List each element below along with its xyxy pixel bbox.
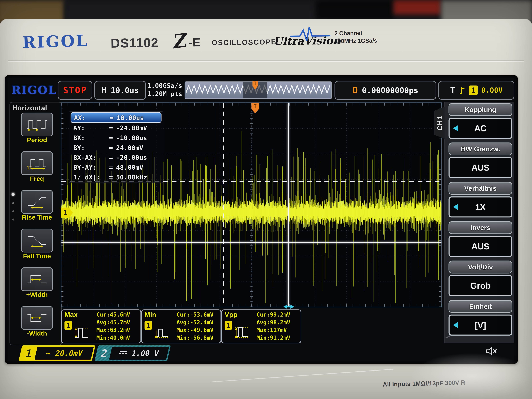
waveform-preview-bar[interactable]: T: [185, 81, 332, 99]
timebase-indicator: H 10.0us: [94, 81, 146, 100]
trigger-source-badge: 1: [469, 86, 478, 95]
menu-group-invers: Invers AUS: [449, 221, 512, 257]
sidebar-item-label: -Width: [8, 330, 66, 337]
spec-bandwidth: 100MHz 1GSa/s: [335, 37, 377, 45]
menu-button-kopplung[interactable]: AC: [449, 118, 512, 139]
measurement-stat: Avg:45.7mV: [96, 319, 130, 326]
rise-time-icon: [26, 195, 48, 209]
photo-of-oscilloscope: RIGOL DS1102 Z -E OSCILLOSCOPE UltraVisi…: [0, 0, 532, 399]
freq-icon: 1/: [26, 156, 48, 170]
cursor-row: BY-AY: = 48.00mV: [71, 162, 162, 172]
run-state-label: STOP: [63, 85, 87, 95]
cyan-arrow-icon: [453, 204, 458, 210]
menu-header: Verhältnis: [449, 182, 512, 195]
sample-rate: 1.00GSa/s: [147, 81, 182, 90]
lens-glare: [411, 353, 532, 399]
delay-label: D: [353, 85, 358, 95]
cursor-a-vertical[interactable]: [288, 103, 289, 307]
graticule: T 1 AX: = 10.00us AY: = -24.: [61, 102, 442, 307]
measurement-panel-max: Max 1 Cur:45.6mV Avg:45.7mV Max:63.2mV M…: [61, 309, 141, 343]
measurement-stat: Avg:98.2mV: [256, 319, 290, 326]
cursor-row: BX: = -10.00us: [71, 133, 162, 142]
neg-width-button[interactable]: [21, 306, 53, 330]
freq-button[interactable]: 1/: [21, 151, 53, 175]
menu-group-einheit: Einheit [V]: [449, 300, 512, 336]
measurement-stat: Avg:-52.4mV: [176, 319, 214, 326]
menu-header: Einheit: [449, 300, 512, 313]
rise-time-button[interactable]: [21, 190, 53, 214]
trigger-indicator: T 1 0.00V: [438, 81, 514, 100]
measurement-stat: Min:40.0mV: [96, 334, 130, 342]
fall-time-button[interactable]: [21, 229, 53, 252]
menu-group-volt-div: Volt/Div Grob: [449, 261, 512, 296]
max-measurement-icon: [73, 325, 89, 340]
pulse-logo-icon: [290, 25, 331, 42]
measurement-stat: Max:117mV: [256, 326, 290, 334]
rising-edge-icon: [459, 86, 466, 95]
menu-header: BW Grenzw.: [449, 142, 512, 155]
cursor-a-horizontal[interactable]: [61, 242, 441, 243]
dc-coupling-icon: [119, 351, 128, 356]
timebase-h-label: H: [101, 85, 107, 95]
measurement-stat: Min:-56.8mV: [176, 334, 214, 342]
channel2-scale: 1.00 V: [131, 349, 160, 357]
menu-group-kopplung: Kopplung AC: [449, 103, 512, 139]
trigger-label: T: [450, 85, 455, 95]
menu-button-verhaeltnis[interactable]: 1X: [449, 196, 512, 217]
cursor-row: 1/|dX|: = 50.00kHz: [71, 172, 162, 182]
cursor-row: AX: = 10.00us: [71, 112, 162, 123]
channel1-tab[interactable]: 1 ~ 20.0mV: [19, 345, 95, 361]
cursor-b-vertical[interactable]: [223, 103, 224, 307]
measurement-stats: Cur:45.6mV Avg:45.7mV Max:63.2mV Min:40.…: [96, 311, 130, 342]
neg-width-icon: [26, 311, 48, 325]
ac-coupling-icon: ~: [45, 348, 52, 358]
brand-logo: RIGOL: [22, 31, 89, 52]
model-number: DS1102: [111, 36, 159, 51]
acquisition-info: 1.00GSa/s 1.20M pts: [147, 81, 182, 98]
period-button[interactable]: [21, 113, 53, 136]
cursor-row: BX-AX: = -20.00us: [71, 152, 162, 162]
model-script-letter: Z: [170, 29, 187, 53]
category-label: OSCILLOSCOPE: [212, 38, 277, 47]
measurement-stats: Cur:99.2mV Avg:98.2mV Max:117mV Min:91.2…: [256, 311, 290, 342]
menu-button-bw-grenzw[interactable]: AUS: [449, 157, 512, 178]
sidebar-item-label: +Width: [8, 291, 66, 299]
spec-text: 2 Channel 100MHz 1GSa/s: [334, 29, 377, 45]
cursor-drag-handle-icon[interactable]: [283, 304, 294, 309]
spec-channels: 2 Channel: [334, 29, 377, 38]
timebase-value: 10.0us: [111, 86, 139, 95]
delay-value: 0.00000000ps: [362, 86, 418, 95]
measurement-source-badge: 1: [145, 321, 152, 330]
cyan-arrow-icon: [453, 125, 458, 131]
run-state-indicator: STOP: [58, 81, 92, 100]
trigger-level: 0.00V: [481, 86, 503, 94]
measurement-source-badge: 1: [64, 321, 72, 330]
measurement-stat: Cur:-53.6mV: [176, 311, 214, 319]
menu-button-einheit[interactable]: [V]: [449, 315, 512, 336]
measurement-stat: Max:63.2mV: [96, 326, 130, 334]
menu-header: Invers: [449, 221, 512, 234]
measurement-panel-min: Min 1 Cur:-53.6mV Avg:-52.4mV Max:-49.6m…: [141, 309, 221, 343]
measurement-source-badge: 1: [225, 321, 232, 330]
menu-group-bw-grenzw: BW Grenzw. AUS: [449, 142, 512, 178]
cyan-arrow-icon: [453, 322, 458, 328]
measurement-stat: Max:-49.6mV: [176, 326, 214, 334]
screen-logo: RIGOL: [12, 83, 57, 97]
cursor-row: AY: = -24.00mV: [71, 123, 162, 133]
measurement-stat: Cur:99.2mV: [256, 311, 290, 319]
sidebar-item-label: Freq: [8, 175, 66, 183]
measurement-stat: Min:91.2mV: [256, 334, 290, 342]
svg-text:1/: 1/: [27, 165, 32, 170]
delay-indicator: D 0.00000000ps: [335, 81, 436, 100]
sidebar-item-label: Period: [8, 136, 66, 144]
sidebar-item-label: Fall Time: [8, 252, 66, 260]
measurement-stat: Cur:45.6mV: [96, 311, 130, 319]
menu-header: Kopplung: [449, 103, 512, 116]
menu-button-volt-div[interactable]: Grob: [449, 275, 512, 296]
cursor-row: BY: = 24.00mV: [71, 142, 162, 152]
measurement-stats: Cur:-53.6mV Avg:-52.4mV Max:-49.6mV Min:…: [176, 311, 214, 342]
channel2-tab[interactable]: 2 1.00 V: [95, 345, 171, 361]
fall-time-icon: [26, 234, 48, 247]
pos-width-button[interactable]: [21, 267, 53, 291]
menu-button-invers[interactable]: AUS: [449, 236, 512, 257]
